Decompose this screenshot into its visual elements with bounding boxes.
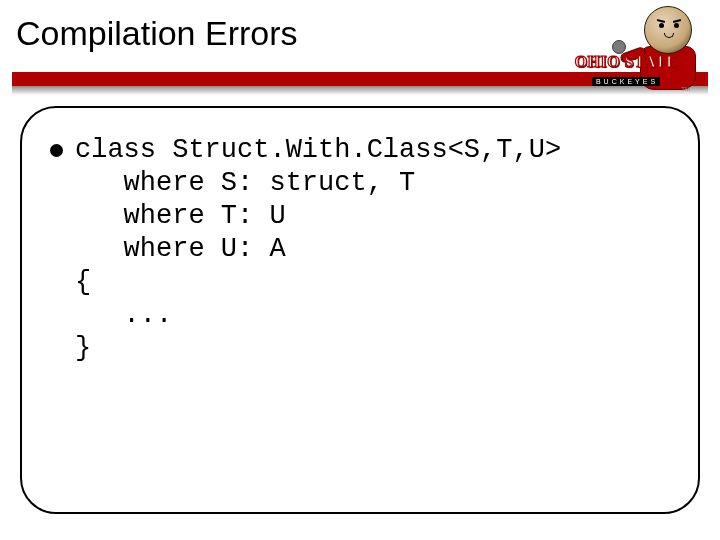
code-line: class Struct.With.Class<S,T,U> — [75, 135, 561, 165]
logo-line2: BUCKEYES — [592, 77, 660, 86]
content-frame: class Struct.With.Class<S,T,U> where S: … — [20, 106, 700, 514]
bullet-item: class Struct.With.Class<S,T,U> where S: … — [50, 134, 670, 365]
mascot-head-icon — [644, 6, 692, 54]
code-line: where T: U — [75, 201, 286, 231]
code-line: { — [75, 267, 91, 297]
code-block: class Struct.With.Class<S,T,U> where S: … — [75, 134, 561, 365]
code-line: where U: A — [75, 234, 286, 264]
mascot-hand-icon — [612, 40, 626, 54]
ohio-state-logo: OHIO STATE BUCKEYES TM — [574, 6, 704, 96]
code-line: } — [75, 333, 91, 363]
bullet-icon — [50, 144, 63, 157]
code-line: where S: struct, T — [75, 168, 415, 198]
logo-text: OHIO STATE BUCKEYES TM — [570, 54, 682, 88]
slide: Compilation Errors OHIO STATE BUCKEYES T… — [0, 0, 720, 540]
trademark-icon: TM — [681, 86, 690, 92]
code-line: ... — [75, 300, 172, 330]
logo-line1: OHIO STATE — [570, 54, 682, 70]
